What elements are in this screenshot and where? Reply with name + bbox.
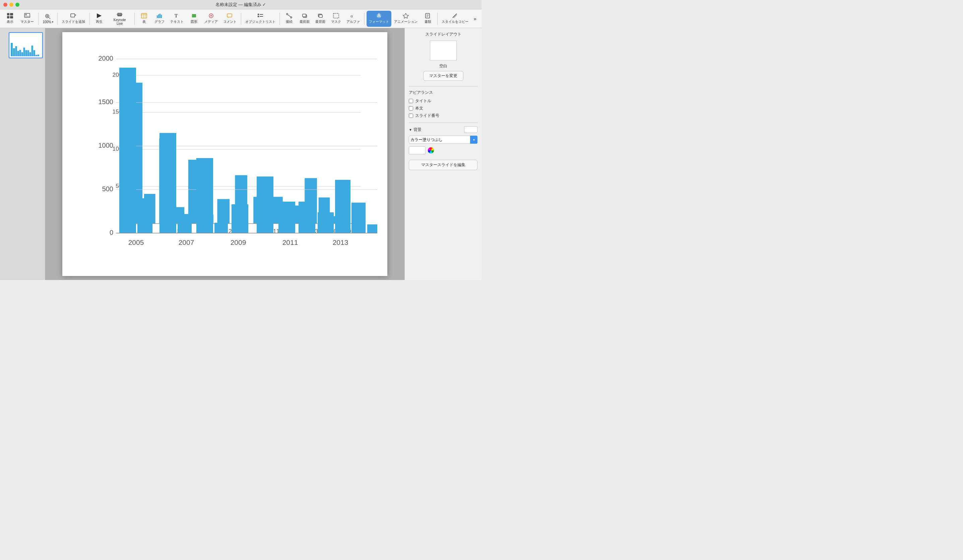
svg-marker-45 <box>403 13 409 18</box>
mask-icon <box>333 13 339 18</box>
front-button[interactable]: 最前面 <box>297 11 312 27</box>
svg-line-37 <box>288 15 290 17</box>
svg-line-8 <box>49 18 50 19</box>
comment-button[interactable]: コメント <box>221 11 239 27</box>
svg-rect-23 <box>159 14 160 18</box>
mask-button[interactable]: マスク <box>328 11 344 27</box>
svg-text:1000: 1000 <box>99 142 113 149</box>
svg-rect-64 <box>36 55 37 56</box>
svg-text:2011: 2011 <box>282 238 298 246</box>
svg-point-36 <box>290 17 292 18</box>
title-checkbox-label: タイトル <box>415 98 431 104</box>
format-icon <box>376 13 382 18</box>
color-wheel-icon[interactable] <box>428 147 434 154</box>
svg-text:0: 0 <box>110 229 113 236</box>
more-tools-button[interactable]: » <box>471 11 479 27</box>
svg-rect-57 <box>21 52 23 56</box>
svg-rect-4 <box>24 13 30 18</box>
svg-rect-113 <box>196 158 213 233</box>
bg-type-select[interactable]: カラー塗りつぶし <box>409 136 477 144</box>
master-button[interactable]: マスター <box>18 11 36 27</box>
svg-rect-34 <box>260 16 263 17</box>
svg-rect-118 <box>298 202 315 233</box>
svg-rect-65 <box>37 55 39 56</box>
object-list-icon <box>257 13 263 18</box>
svg-text:T: T <box>175 13 178 18</box>
svg-rect-21 <box>157 15 158 18</box>
shape-button[interactable]: 図形 <box>186 11 201 27</box>
bg-collapse-icon[interactable]: ▼ <box>409 128 412 132</box>
divider-5 <box>241 13 241 25</box>
toolbar: 表示 マスター 100% ▾ スライドを追加 <box>0 10 481 28</box>
svg-point-28 <box>211 15 212 16</box>
close-button[interactable] <box>3 3 7 7</box>
media-button[interactable]: メディア <box>202 11 220 27</box>
format-button[interactable]: フォーマット <box>366 11 391 27</box>
zoom-chevron-icon: ▾ <box>52 20 53 23</box>
svg-rect-54 <box>15 46 17 56</box>
svg-rect-29 <box>227 14 232 17</box>
svg-rect-63 <box>34 50 35 56</box>
change-master-button[interactable]: マスターを変更 <box>423 71 464 81</box>
master-icon <box>24 13 30 18</box>
canvas-area[interactable]: 0 500 1000 1500 2000 <box>45 28 404 280</box>
svg-rect-11 <box>71 14 75 17</box>
svg-rect-117 <box>279 202 295 233</box>
play-button[interactable]: 再生 <box>92 11 107 27</box>
divider-7 <box>364 13 365 25</box>
alpha-button[interactable]: α アルファ <box>344 11 362 27</box>
back-button[interactable]: 最背面 <box>313 11 328 27</box>
svg-rect-2 <box>7 16 10 18</box>
object-list-button[interactable]: オブジェクトリスト <box>243 11 277 27</box>
svg-rect-114 <box>214 223 228 233</box>
svg-rect-42 <box>333 13 339 18</box>
zoom-button[interactable]: 100% ▾ <box>41 11 55 27</box>
svg-rect-16 <box>118 14 121 15</box>
svg-rect-6 <box>25 16 29 17</box>
edit-master-button[interactable]: マスタースライドを編集 <box>409 160 477 170</box>
svg-rect-111 <box>159 133 176 233</box>
slide-thumbnail[interactable] <box>9 32 43 58</box>
chart-button[interactable]: グラフ <box>152 11 167 27</box>
window-controls <box>3 3 19 7</box>
document-button[interactable]: 書類 <box>420 11 435 27</box>
svg-text:2009: 2009 <box>230 238 246 246</box>
play-icon <box>96 13 102 18</box>
svg-rect-122 <box>367 224 377 233</box>
svg-rect-24 <box>161 15 162 18</box>
comment-icon <box>227 13 233 18</box>
bg-color-box[interactable] <box>409 146 426 154</box>
svg-rect-5 <box>25 14 27 15</box>
svg-rect-120 <box>335 180 350 233</box>
svg-rect-0 <box>7 13 10 15</box>
style-copy-button[interactable]: スタイルをコピー <box>439 11 470 27</box>
keynote-live-button[interactable]: Keynote Live <box>107 11 132 27</box>
svg-rect-61 <box>29 52 31 56</box>
minimize-button[interactable] <box>10 3 13 7</box>
svg-rect-39 <box>303 14 306 17</box>
table-icon <box>141 13 147 18</box>
add-slide-icon <box>70 13 76 18</box>
title-checkbox[interactable] <box>409 99 413 103</box>
divider-3 <box>89 13 90 25</box>
svg-rect-17 <box>141 13 147 18</box>
svg-rect-41 <box>319 15 323 18</box>
front-icon <box>302 13 308 18</box>
bg-color-swatch[interactable] <box>464 126 477 133</box>
right-panel: スライドレイアウト 空白 マスターを変更 アピアランス タイトル 本文 スライド… <box>404 28 481 280</box>
svg-rect-121 <box>352 202 366 233</box>
body-checkbox[interactable] <box>409 106 413 110</box>
media-icon <box>208 13 214 18</box>
slide-canvas[interactable]: 0 500 1000 1500 2000 <box>62 32 387 276</box>
text-button[interactable]: T テキスト <box>167 11 186 27</box>
bg-type-row: カラー塗りつぶし ▾ <box>409 136 477 144</box>
bg-color-row <box>409 146 477 154</box>
add-slide-button[interactable]: スライドを追加 <box>60 11 88 27</box>
svg-rect-55 <box>18 51 19 56</box>
maximize-button[interactable] <box>15 3 19 7</box>
view-button[interactable]: 表示 <box>3 11 18 27</box>
slidenum-checkbox[interactable] <box>409 113 413 118</box>
animate-button[interactable]: アニメーション <box>392 11 420 27</box>
connect-button[interactable]: 接続 <box>282 11 297 27</box>
table-button[interactable]: 表 <box>137 11 151 27</box>
